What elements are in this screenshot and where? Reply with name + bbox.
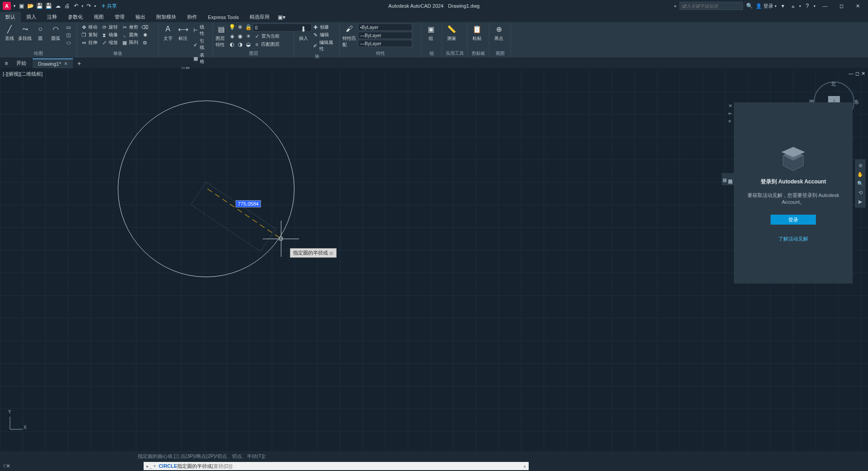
help-dropdown-icon[interactable]: ▾ [814, 4, 815, 8]
tool-explode[interactable]: ✺ [141, 31, 149, 38]
drawing-area[interactable]: [-][俯视][二维线框] — ◻ ✕ document.write(Array… [0, 69, 868, 451]
login-button[interactable]: 👤登录▾ [756, 3, 776, 10]
tool-array[interactable]: ▦阵列 [121, 39, 139, 46]
palette-menu-icon[interactable]: ≡ [728, 119, 732, 124]
tool-create-block[interactable]: ✚创建 [311, 24, 337, 31]
ribbon-tab-addins[interactable]: 附加模块 [151, 12, 182, 22]
ribbon-tab-featured[interactable]: 精选应用 [244, 12, 275, 22]
tab-close-icon[interactable]: ✕ [64, 61, 68, 66]
layer-thaw-icon[interactable]: ☀ [245, 33, 252, 40]
tool-dim[interactable]: ⟷标注 [176, 24, 189, 42]
new-icon[interactable]: ▣ [18, 2, 25, 10]
ribbon-tab-collab[interactable]: 协作 [182, 12, 203, 22]
viewcube-east[interactable]: 东 [854, 99, 859, 106]
tool-rect[interactable]: ▭ [64, 24, 72, 31]
tool-arc[interactable]: ◠圆弧 [49, 24, 63, 42]
tool-stretch[interactable]: ⇔拉伸 [80, 39, 98, 46]
tool-copy[interactable]: ❐复制 [80, 31, 98, 38]
tool-rotate[interactable]: ⟳旋转 [100, 24, 119, 31]
command-options[interactable]: [直径(D)] [212, 463, 231, 470]
tool-polyline[interactable]: ⤳多段线 [18, 24, 32, 42]
redo-icon[interactable]: ↷ [85, 2, 92, 10]
search-input[interactable] [680, 2, 743, 10]
app-switcher-icon[interactable]: ▾ [779, 2, 786, 10]
ribbon-tab-express[interactable]: Express Tools [203, 12, 244, 22]
nav-fullnav-icon[interactable]: ⊛ [857, 162, 864, 169]
plot-icon[interactable]: 🖨 [63, 2, 71, 10]
tool-insert[interactable]: ⬇插入 [297, 24, 309, 42]
file-tab-start[interactable]: 开始 [11, 58, 32, 68]
layer-misc3-icon[interactable]: ◒ [245, 41, 252, 48]
tool-basepoint[interactable]: ⊕基点 [492, 24, 506, 42]
ucs-icon[interactable]: Y X [7, 414, 25, 433]
ribbon-tab-view[interactable]: 视图 [88, 12, 109, 22]
save-icon[interactable]: 💾 [36, 2, 43, 10]
ribbon-tab-insert[interactable]: 插入 [21, 12, 42, 22]
viewcube-north[interactable]: 北 [831, 81, 836, 87]
tool-edit-block[interactable]: ✎编辑 [311, 31, 337, 38]
open-icon[interactable]: 📂 [27, 2, 34, 10]
nav-orbit-icon[interactable]: ⟲ [857, 189, 864, 196]
tool-text[interactable]: A文字 [161, 24, 174, 42]
layer-misc1-icon[interactable]: ◐ [228, 41, 236, 48]
tool-move[interactable]: ✥移动 [80, 24, 98, 31]
file-tabs-menu-icon[interactable]: ≡ [3, 60, 10, 67]
search-icon[interactable]: 🔍 [746, 2, 753, 10]
redo-dropdown-icon[interactable]: ▾ [94, 4, 96, 8]
layer-off-icon[interactable]: ◉ [236, 33, 244, 40]
close-button[interactable]: ✕ [851, 1, 864, 10]
tool-table[interactable]: ▦表格 [192, 52, 210, 65]
tool-group[interactable]: ▣组 [424, 24, 438, 42]
dynamic-input[interactable]: 775.0584 [236, 200, 261, 207]
tool-erase[interactable]: ⌫ [141, 24, 149, 31]
tool-offset[interactable]: ⧉ [141, 39, 149, 46]
autodesk-app-icon[interactable]: ⟁ [789, 2, 796, 10]
tool-mirror[interactable]: ⧗镜像 [100, 31, 119, 38]
web-open-icon[interactable]: ☁ [54, 2, 62, 10]
tool-matchprop[interactable]: 🖌特性匹配 [342, 24, 356, 48]
nav-pan-icon[interactable]: ✋ [857, 171, 864, 178]
cmdline-close-icon[interactable]: ✕ [6, 463, 10, 469]
nav-zoom-icon[interactable]: 🔍 [857, 180, 864, 187]
ribbon-tab-default[interactable]: 默认 [0, 12, 21, 22]
cmdline-dropdown-icon[interactable]: ▾ [154, 464, 156, 468]
tool-measure[interactable]: 📏测量 [445, 24, 458, 42]
palette-close-icon[interactable]: ✕ [728, 103, 732, 108]
side-palette-tab[interactable]: 活动见解 ▦ [722, 173, 734, 185]
ribbon-tab-annotate[interactable]: 注释 [42, 12, 63, 22]
cmdline-grip-icon[interactable]: ⠿ [3, 464, 6, 469]
tool-matchlayer[interactable]: ≡匹配图层 [253, 41, 280, 48]
layer-misc2-icon[interactable]: ◑ [236, 41, 244, 48]
dropdown-icon[interactable]: ▾ [799, 4, 801, 8]
tool-leader[interactable]: ↙引线 [192, 38, 210, 51]
layer-freeze-icon[interactable]: ❄ [236, 24, 244, 31]
help-icon[interactable]: ? [804, 2, 811, 10]
tool-editprop-block[interactable]: ✐编辑属性 [311, 39, 337, 53]
panel-login-button[interactable]: 登录 [771, 215, 816, 225]
linetype-dropdown[interactable]: — ByLayer [358, 40, 412, 47]
tool-fillet[interactable]: ◟圆角 [121, 31, 139, 38]
layer-on-icon[interactable]: 💡 [228, 24, 236, 31]
tool-trim[interactable]: ✂修剪 [121, 24, 139, 31]
panel-learn-link[interactable]: 了解活动见解 [778, 236, 808, 242]
color-dropdown[interactable]: ▪ ByLayer [358, 24, 412, 31]
layer-iso-icon[interactable]: ◈ [228, 33, 236, 40]
tool-circle[interactable]: ○圆 [34, 24, 47, 42]
ribbon-tab-parametric[interactable]: 参数化 [63, 12, 88, 22]
file-tab-drawing1[interactable]: Drawing1*✕ [33, 58, 73, 68]
command-input[interactable]: ▸_ ▾ CIRCLE 指定圆的半径或 [直径(D)] : ▴ [144, 462, 529, 470]
tool-setcurrent[interactable]: ✓置为当前 [253, 33, 280, 40]
saveas-icon[interactable]: 💾 [45, 2, 53, 10]
tool-layer-prop[interactable]: ▤图层特性 [216, 24, 227, 48]
undo-dropdown-icon[interactable]: ▾ [82, 4, 83, 8]
ribbon-tab-manage[interactable]: 管理 [109, 12, 130, 22]
tool-line[interactable]: ╱直线 [3, 24, 16, 42]
share-button[interactable]: ✈共享 [101, 3, 117, 10]
maximize-button[interactable]: ◻ [834, 1, 848, 10]
lineweight-dropdown[interactable]: — ByLayer [358, 32, 412, 39]
cmdline-expand-icon[interactable]: ▴ [524, 464, 526, 468]
undo-icon[interactable]: ↶ [72, 2, 80, 10]
app-logo[interactable]: A [3, 2, 11, 10]
file-tab-new[interactable]: + [74, 60, 85, 67]
tool-ellipse[interactable]: ⬭ [64, 39, 72, 46]
